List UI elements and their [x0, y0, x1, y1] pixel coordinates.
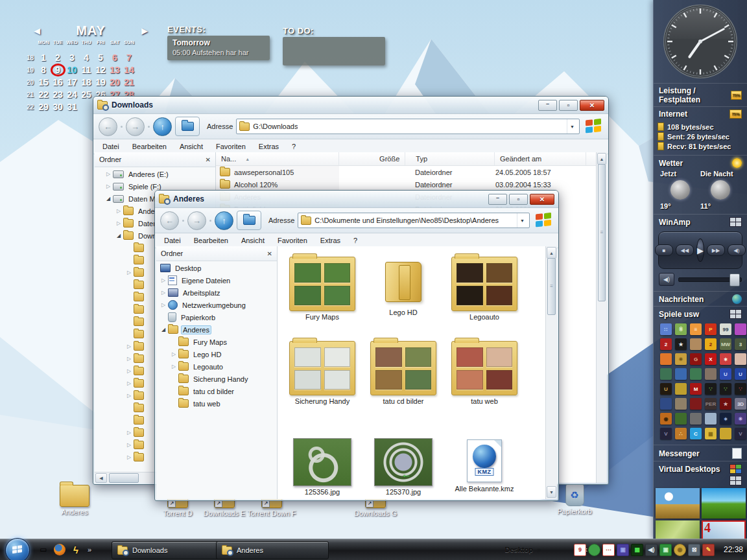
game-shortcut-icon[interactable] [660, 368, 672, 380]
speaker-icon[interactable]: ◀) [659, 273, 674, 286]
desktop-switcher-icon[interactable] [729, 476, 742, 485]
file-item-label[interactable]: 125370.jpg [363, 488, 444, 496]
tree-item-label[interactable] [147, 297, 150, 298]
game-shortcut-icon[interactable] [675, 398, 687, 410]
game-shortcut-icon[interactable]: G [690, 353, 702, 365]
game-shortcut-icon[interactable] [690, 413, 702, 425]
tree-item[interactable]: tatu web [156, 397, 277, 410]
file-item-label[interactable]: 125356.jpg [282, 488, 362, 496]
calendar-day[interactable]: 4 [79, 52, 93, 64]
stop-button[interactable]: ■ [655, 244, 673, 256]
game-shortcut-icon[interactable]: ∵ [735, 383, 746, 395]
game-shortcut-icon[interactable]: ▦ [705, 428, 717, 439]
forward-button[interactable] [126, 117, 145, 136]
calendar-day[interactable]: 18 [79, 76, 93, 89]
menu-item[interactable]: Datei [102, 143, 119, 150]
tree-item-label[interactable] [147, 408, 150, 409]
tree-item-label[interactable]: Anderes [181, 325, 211, 334]
tree-item[interactable]: ▷Legoauto [156, 360, 277, 373]
game-shortcut-icon[interactable]: U [660, 383, 672, 395]
game-shortcut-icon[interactable]: ✳ [675, 353, 687, 365]
next-button[interactable]: ▶▶ [707, 244, 725, 256]
tree-item-label[interactable] [147, 358, 150, 360]
tree-item[interactable]: Papierkorb [156, 311, 277, 323]
up-button[interactable] [215, 211, 233, 230]
game-shortcut-icon[interactable]: C [690, 428, 702, 439]
game-shortcut-icon[interactable]: 99 [720, 323, 731, 335]
calendar-day[interactable]: 8 [36, 64, 51, 76]
expand-icon[interactable]: ▷ [124, 356, 134, 362]
file-row[interactable]: aawsepersonal105Dateiordner24.05.2005 18… [216, 166, 597, 178]
menu-item[interactable]: Bearbeiten [132, 143, 167, 150]
tree-item-label[interactable]: Fury Maps [191, 338, 229, 347]
game-shortcut-icon[interactable] [735, 323, 746, 335]
expand-icon[interactable]: ▷ [124, 380, 134, 386]
file-item[interactable]: Sicherung Handy [282, 341, 362, 405]
address-dropdown-icon[interactable] [567, 119, 577, 134]
show-desktop-icon[interactable]: ▭ [38, 544, 49, 555]
calendar-day[interactable]: 25 [79, 89, 93, 101]
expand-icon[interactable]: ▷ [124, 344, 134, 349]
game-shortcut-icon[interactable]: ∷ [660, 323, 672, 335]
firefox-icon[interactable] [54, 544, 65, 555]
tree-item-label[interactable] [147, 383, 150, 384]
calendar-day[interactable]: 10 [65, 64, 79, 76]
game-shortcut-icon[interactable] [735, 353, 746, 365]
winamp-icon[interactable]: ϟ [70, 544, 82, 555]
tree-item-label[interactable]: Netzwerkumgebung [180, 301, 248, 310]
tree-item-label[interactable] [147, 260, 150, 261]
tray-scheduler-icon[interactable] [588, 544, 600, 556]
calendar-day[interactable]: 11 [79, 64, 93, 76]
start-button[interactable] [5, 538, 30, 560]
tree-item[interactable]: Desktop [156, 262, 277, 274]
taskbar-clock[interactable]: 22:38 [724, 545, 743, 554]
game-shortcut-icon[interactable]: 3 [735, 338, 746, 350]
game-shortcut-icon[interactable]: ※ [675, 323, 687, 335]
back-button[interactable] [99, 117, 117, 136]
file-name-label[interactable]: aawsepersonal105 [234, 169, 294, 176]
game-shortcut-icon[interactable]: P [705, 323, 717, 335]
column-header-modified[interactable]: Geändert am [495, 152, 586, 165]
file-item[interactable]: KMZAlle Bekannte.kmz [444, 436, 525, 493]
tree-item[interactable]: Sicherung Handy [156, 373, 277, 385]
file-item[interactable]: Legoauto [444, 257, 525, 321]
game-shortcut-icon[interactable]: ∗ [720, 413, 731, 425]
tree-item-label[interactable]: Arbeitsplatz [181, 288, 222, 298]
tree-item[interactable]: tatu cd bilder [156, 385, 277, 397]
address-dropdown-icon[interactable] [517, 213, 527, 228]
calendar-day[interactable]: 2 [51, 52, 65, 64]
winamp-header[interactable]: WinAmp [659, 218, 691, 227]
close-icon[interactable] [267, 250, 272, 257]
maximize-button[interactable] [509, 194, 528, 205]
game-shortcut-icon[interactable] [690, 368, 702, 380]
task-button-anderes[interactable]: Anderes [216, 541, 329, 559]
folders-button[interactable] [237, 211, 261, 230]
column-header-name[interactable]: Na... [216, 152, 339, 165]
titlebar[interactable]: Anderes [155, 191, 558, 208]
vertical-scrollbar[interactable] [545, 246, 557, 499]
scroll-up-icon[interactable] [547, 247, 556, 259]
scrollbar-thumb[interactable] [547, 258, 556, 315]
menu-item[interactable]: Extras [259, 143, 279, 150]
back-button[interactable] [160, 211, 179, 230]
close-button[interactable] [530, 194, 554, 205]
weather-header[interactable]: Wetter [659, 159, 683, 168]
tree-item-label[interactable]: Sicherung Handy [191, 375, 250, 384]
menu-item[interactable]: Datei [164, 237, 181, 244]
tray-volume-icon[interactable]: ◀) [645, 544, 658, 556]
tree-item-label[interactable] [147, 272, 150, 274]
game-shortcut-icon[interactable] [705, 413, 717, 425]
file-item-label[interactable]: Lego HD [363, 309, 444, 316]
calendar-day[interactable]: 14 [122, 64, 136, 76]
file-item-label[interactable]: tatu cd bilder [363, 397, 444, 405]
expand-icon[interactable]: ▷ [169, 351, 178, 357]
game-shortcut-icon[interactable] [690, 338, 702, 350]
calendar-day[interactable]: 16 [51, 76, 65, 89]
menu-item[interactable]: Ansicht [180, 143, 203, 150]
expand-icon[interactable]: ▷ [124, 442, 134, 448]
collapse-icon[interactable]: ◢ [104, 196, 113, 202]
file-item[interactable]: Lego HD [363, 257, 444, 316]
expand-icon[interactable]: ▷ [124, 368, 134, 374]
menu-item[interactable]: ? [292, 143, 296, 150]
menu-item[interactable]: Bearbeiten [194, 237, 228, 244]
